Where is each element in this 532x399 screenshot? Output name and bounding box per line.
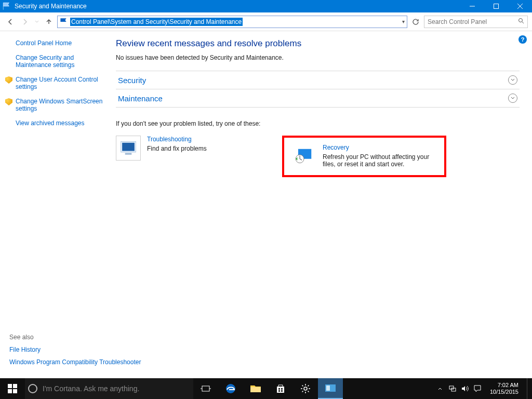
time-text: 7:02 AM [490,382,518,389]
svg-point-1 [519,19,523,22]
address-text: Control Panel\System and Security\Securi… [70,18,243,26]
svg-rect-17 [281,390,283,392]
svg-rect-3 [122,143,135,151]
minimize-button[interactable] [460,0,484,12]
see-also-header: See also [9,334,141,341]
action-center-icon[interactable] [473,384,482,393]
svg-rect-7 [8,384,12,388]
cortana-search[interactable]: I'm Cortana. Ask me anything. [25,378,193,399]
maximize-button[interactable] [484,0,508,12]
recent-dropdown[interactable] [33,16,41,28]
address-bar[interactable]: Control Panel\System and Security\Securi… [57,16,407,28]
flag-icon [2,2,11,10]
edge-button[interactable] [218,378,243,399]
control-panel-taskbar-button[interactable] [318,378,343,399]
sidebar-item-home[interactable]: Control Panel Home [16,39,105,47]
system-tray: 7:02 AM 10/15/2015 [436,378,532,399]
svg-rect-15 [281,388,283,390]
svg-rect-11 [202,386,209,391]
svg-rect-16 [278,390,280,392]
sidebar: Control Panel Home Change Security and M… [0,31,112,378]
network-icon[interactable] [448,384,457,393]
section-title: Maintenance [118,94,163,103]
troubleshooting-option[interactable]: Troubleshooting Find and fix problems [116,136,261,177]
svg-rect-8 [13,384,17,388]
svg-rect-4 [125,153,132,155]
content-area: ? Control Panel Home Change Security and… [0,31,532,378]
show-desktop-button[interactable] [527,378,530,399]
troubleshooting-icon [116,136,141,161]
date-text: 10/15/2015 [490,389,518,395]
up-button[interactable] [43,16,55,28]
task-view-button[interactable] [193,378,218,399]
chevron-down-icon [508,94,517,103]
taskbar: I'm Cortana. Ask me anything. 7:02 AM 10… [0,378,532,399]
see-also-compat-troubleshooter[interactable]: Windows Program Compatibility Troublesho… [9,358,141,366]
volume-icon[interactable] [461,384,469,393]
chevron-down-icon[interactable]: ▾ [402,19,405,24]
highlight-box: Recovery Refresh your PC without affecti… [282,136,446,177]
close-button[interactable] [508,0,532,12]
option-desc: Refresh your PC without affecting your f… [323,153,437,168]
clock[interactable]: 7:02 AM 10/15/2015 [486,382,523,395]
title-bar: Security and Maintenance [0,0,532,12]
forward-button[interactable] [19,16,31,28]
start-button[interactable] [0,378,25,399]
section-title: Security [118,76,146,85]
see-also-file-history[interactable]: File History [9,346,141,353]
sidebar-item-settings[interactable]: Change Security and Maintenance settings [16,54,105,69]
window-title: Security and Maintenance [15,3,87,10]
search-placeholder: Search Control Panel [428,18,487,25]
see-also: See also File History Windows Program Co… [9,334,141,371]
option-title: Recovery [323,144,437,151]
toolbar: Control Panel\System and Security\Securi… [0,12,532,31]
search-input[interactable]: Search Control Panel [424,16,528,28]
svg-rect-9 [8,389,12,393]
refresh-button[interactable] [409,16,422,28]
recovery-option[interactable]: Recovery Refresh your PC without affecti… [291,144,437,169]
sidebar-item-archived[interactable]: View archived messages [16,119,105,127]
cortana-icon [28,384,37,393]
main-panel: Review recent messages and resolve probl… [112,31,532,378]
section-security[interactable]: Security [116,71,520,89]
option-title: Troubleshooting [147,136,207,143]
option-desc: Find and fix problems [147,145,207,152]
svg-rect-14 [278,388,280,390]
search-icon [518,18,524,25]
svg-rect-20 [326,385,330,391]
tray-chevron-icon[interactable] [436,384,444,393]
svg-point-18 [304,387,307,390]
svg-rect-0 [494,4,499,9]
cortana-placeholder: I'm Cortana. Ask me anything. [43,384,139,393]
page-heading: Review recent messages and resolve probl… [116,38,520,49]
chevron-down-icon [508,75,517,85]
status-text: No issues have been detected by Security… [116,54,520,61]
sidebar-item-smartscreen[interactable]: Change Windows SmartScreen settings [16,98,105,112]
help-icon[interactable]: ? [518,35,527,44]
svg-rect-10 [13,389,17,393]
try-text: If you don't see your problem listed, tr… [116,120,520,127]
svg-rect-13 [250,387,261,392]
settings-button[interactable] [293,378,318,399]
explorer-button[interactable] [243,378,268,399]
section-maintenance[interactable]: Maintenance [116,89,520,108]
store-button[interactable] [268,378,293,399]
sidebar-item-uac[interactable]: Change User Account Control settings [16,76,105,90]
back-button[interactable] [4,16,17,28]
flag-icon [59,17,68,26]
recovery-icon [291,144,316,169]
